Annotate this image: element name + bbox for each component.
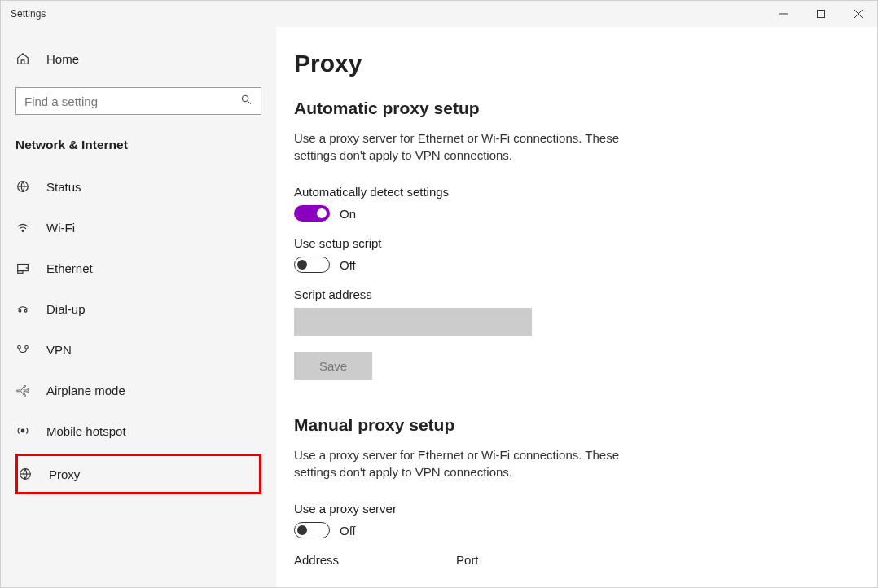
use-proxy-row: Off xyxy=(294,522,877,538)
auto-proxy-desc: Use a proxy server for Ethernet or Wi-Fi… xyxy=(294,129,652,164)
status-icon xyxy=(15,179,32,194)
nav-item-label: Wi-Fi xyxy=(46,221,75,235)
sidebar-nav: Status Wi-Fi Ethernet Dial-up VPN xyxy=(15,164,261,494)
sidebar-item-wifi[interactable]: Wi-Fi xyxy=(15,209,261,245)
window-controls xyxy=(765,1,877,27)
close-button[interactable] xyxy=(840,1,877,27)
settings-window: Settings Home Network & Internet Status xyxy=(0,0,878,588)
toggle-knob xyxy=(297,260,307,270)
minimize-button[interactable] xyxy=(765,1,802,27)
ethernet-icon xyxy=(15,261,32,275)
address-port-row: Address Port xyxy=(294,553,877,570)
manual-proxy-desc: Use a proxy server for Ethernet or Wi-Fi… xyxy=(294,446,652,480)
svg-point-4 xyxy=(242,95,248,102)
setup-script-row: Off xyxy=(294,257,877,273)
wifi-icon xyxy=(15,220,32,235)
address-col: Address xyxy=(294,553,339,570)
sidebar-item-hotspot[interactable]: Mobile hotspot xyxy=(15,413,261,449)
save-button[interactable]: Save xyxy=(294,352,372,380)
port-label: Port xyxy=(456,553,479,567)
vpn-icon xyxy=(15,342,32,357)
svg-rect-10 xyxy=(18,271,23,274)
svg-point-13 xyxy=(24,309,27,312)
home-link[interactable]: Home xyxy=(15,45,261,72)
window-title: Settings xyxy=(11,8,46,20)
home-label: Home xyxy=(46,52,79,66)
page-title: Proxy xyxy=(294,50,877,77)
nav-item-label: Airplane mode xyxy=(46,384,125,397)
nav-item-label: Status xyxy=(46,180,81,194)
auto-detect-toggle[interactable] xyxy=(294,205,330,222)
search-input[interactable] xyxy=(24,94,240,108)
svg-point-15 xyxy=(25,346,29,349)
auto-detect-state: On xyxy=(340,207,356,221)
svg-rect-1 xyxy=(818,11,825,18)
svg-point-12 xyxy=(19,309,21,312)
maximize-button[interactable] xyxy=(802,1,840,27)
hotspot-icon xyxy=(15,423,32,438)
sidebar-item-airplane[interactable]: Airplane mode xyxy=(15,372,261,408)
content-area: Home Network & Internet Status Wi-Fi Eth xyxy=(1,27,877,587)
nav-item-label: Dial-up xyxy=(46,302,86,316)
nav-item-label: Proxy xyxy=(49,467,80,481)
nav-item-label: VPN xyxy=(46,343,72,357)
auto-detect-row: On xyxy=(294,205,877,222)
sidebar-item-proxy[interactable]: Proxy xyxy=(15,454,261,494)
setup-script-state: Off xyxy=(340,258,356,272)
main-panel: Proxy Automatic proxy setup Use a proxy … xyxy=(276,27,877,587)
sidebar: Home Network & Internet Status Wi-Fi Eth xyxy=(1,27,276,587)
svg-point-14 xyxy=(18,346,21,349)
sidebar-item-vpn[interactable]: VPN xyxy=(15,331,261,367)
proxy-icon xyxy=(18,467,34,481)
auto-detect-label: Automatically detect settings xyxy=(294,185,877,199)
search-box[interactable] xyxy=(15,87,261,115)
address-label: Address xyxy=(294,553,339,567)
sidebar-item-status[interactable]: Status xyxy=(15,169,261,204)
svg-point-16 xyxy=(21,429,24,432)
nav-item-label: Mobile hotspot xyxy=(46,424,126,438)
auto-proxy-heading: Automatic proxy setup xyxy=(294,99,877,118)
setup-script-label: Use setup script xyxy=(294,236,877,250)
use-proxy-state: Off xyxy=(340,524,356,538)
manual-proxy-heading: Manual proxy setup xyxy=(294,415,877,435)
airplane-icon xyxy=(15,383,32,397)
svg-point-8 xyxy=(22,230,24,232)
home-icon xyxy=(15,51,32,66)
sidebar-item-dialup[interactable]: Dial-up xyxy=(15,291,261,327)
svg-line-5 xyxy=(248,101,251,104)
use-proxy-toggle[interactable] xyxy=(294,522,330,538)
sidebar-item-ethernet[interactable]: Ethernet xyxy=(15,250,261,286)
script-address-label: Script address xyxy=(294,287,877,301)
use-proxy-label: Use a proxy server xyxy=(294,502,877,516)
sidebar-section-title: Network & Internet xyxy=(15,138,261,152)
port-col: Port xyxy=(456,553,479,570)
script-address-input[interactable] xyxy=(294,308,532,336)
titlebar: Settings xyxy=(1,1,877,27)
toggle-knob xyxy=(297,525,307,535)
dialup-icon xyxy=(15,301,32,316)
search-icon xyxy=(240,94,252,108)
setup-script-toggle[interactable] xyxy=(294,257,330,273)
nav-item-label: Ethernet xyxy=(46,261,93,275)
toggle-knob xyxy=(317,208,327,218)
